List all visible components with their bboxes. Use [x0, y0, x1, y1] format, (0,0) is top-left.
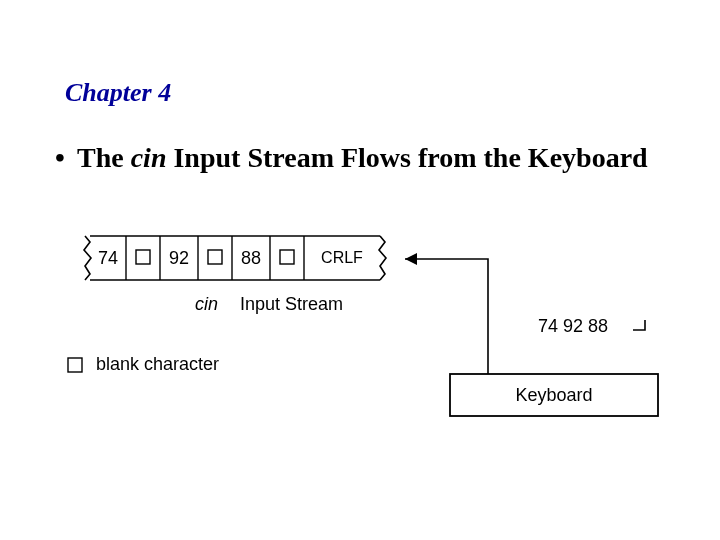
bullet-item: • The cin Input Stream Flows from the Ke… [55, 140, 660, 175]
legend-label: blank character [96, 354, 219, 374]
arrowhead-icon [405, 253, 417, 265]
blank-box-icon [68, 358, 82, 372]
torn-edge-left [84, 236, 91, 280]
bullet-post: Input Stream Flows from the Keyboard [166, 142, 647, 173]
bullet-text: The cin Input Stream Flows from the Keyb… [77, 140, 660, 175]
blank-box-icon [208, 250, 222, 264]
stream-cell-6: CRLF [321, 249, 363, 266]
stream-cell-4: 88 [241, 248, 261, 268]
chapter-heading: Chapter 4 [65, 78, 171, 108]
blank-box-icon [280, 250, 294, 264]
input-stream-label: Input Stream [240, 294, 343, 314]
bullet-pre: The [77, 142, 131, 173]
slide: Chapter 4 • The cin Input Stream Flows f… [0, 0, 720, 540]
blank-box-icon [136, 250, 150, 264]
keyboard-label: Keyboard [515, 385, 592, 405]
torn-edge-right [379, 236, 386, 280]
bullet-marker: • [55, 140, 77, 175]
stream-diagram: 74 92 88 CRLF cin Input Stream blank cha… [60, 230, 680, 450]
bullet-cin: cin [131, 142, 167, 173]
stream-cell-2: 92 [169, 248, 189, 268]
enter-icon [633, 320, 645, 330]
stream-cell-0: 74 [98, 248, 118, 268]
cin-label: cin [195, 294, 218, 314]
flow-arrow [405, 259, 488, 374]
typed-text: 74 92 88 [538, 316, 608, 336]
